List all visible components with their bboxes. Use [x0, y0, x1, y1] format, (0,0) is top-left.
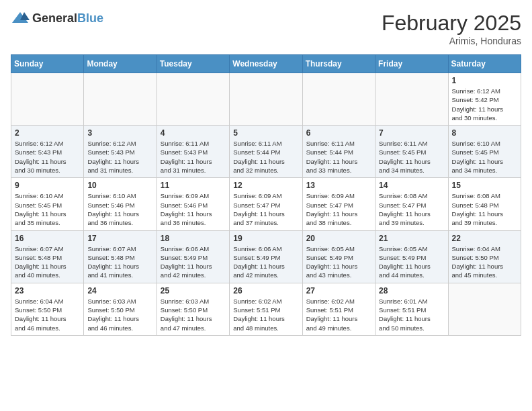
col-friday: Friday — [375, 55, 448, 73]
day-info: Sunrise: 6:05 AM Sunset: 5:49 PM Dayligh… — [306, 244, 371, 280]
day-number: 24 — [87, 286, 152, 295]
table-row: 18Sunrise: 6:06 AM Sunset: 5:49 PM Dayli… — [157, 230, 229, 283]
calendar-week-row: 16Sunrise: 6:07 AM Sunset: 5:48 PM Dayli… — [11, 230, 521, 283]
page-header: GeneralBlue February 2025 Arimis, Hondur… — [11, 11, 521, 46]
table-row: 4Sunrise: 6:11 AM Sunset: 5:43 PM Daylig… — [157, 126, 229, 178]
day-info: Sunrise: 6:04 AM Sunset: 5:50 PM Dayligh… — [452, 244, 517, 280]
location: Arimis, Honduras — [382, 36, 521, 46]
col-saturday: Saturday — [448, 55, 521, 73]
day-info: Sunrise: 6:02 AM Sunset: 5:51 PM Dayligh… — [233, 297, 298, 332]
table-row: 15Sunrise: 6:08 AM Sunset: 5:48 PM Dayli… — [448, 178, 521, 230]
day-number: 20 — [306, 234, 371, 243]
col-wednesday: Wednesday — [230, 55, 302, 73]
day-info: Sunrise: 6:11 AM Sunset: 5:43 PM Dayligh… — [161, 139, 226, 175]
day-number: 17 — [87, 234, 152, 243]
table-row: 12Sunrise: 6:09 AM Sunset: 5:47 PM Dayli… — [230, 178, 302, 230]
table-row — [230, 73, 302, 126]
logo-icon — [11, 11, 30, 26]
day-info: Sunrise: 6:11 AM Sunset: 5:44 PM Dayligh… — [306, 139, 371, 175]
table-row: 14Sunrise: 6:08 AM Sunset: 5:47 PM Dayli… — [375, 178, 448, 230]
logo-blue-text: Blue — [77, 11, 103, 25]
calendar-week-row: 9Sunrise: 6:10 AM Sunset: 5:45 PM Daylig… — [11, 178, 521, 230]
day-number: 15 — [452, 181, 517, 190]
day-info: Sunrise: 6:04 AM Sunset: 5:50 PM Dayligh… — [15, 297, 80, 332]
day-number: 3 — [87, 128, 152, 138]
day-info: Sunrise: 6:01 AM Sunset: 5:51 PM Dayligh… — [379, 297, 444, 332]
table-row — [302, 73, 375, 126]
col-tuesday: Tuesday — [157, 55, 229, 73]
day-number: 6 — [306, 128, 371, 138]
day-number: 22 — [452, 234, 517, 243]
calendar-week-row: 1Sunrise: 6:12 AM Sunset: 5:42 PM Daylig… — [11, 73, 521, 126]
logo: GeneralBlue — [11, 11, 103, 26]
table-row: 11Sunrise: 6:09 AM Sunset: 5:46 PM Dayli… — [157, 178, 229, 230]
day-number: 14 — [379, 181, 444, 190]
table-row: 21Sunrise: 6:05 AM Sunset: 5:49 PM Dayli… — [375, 230, 448, 283]
table-row — [375, 73, 448, 126]
day-number: 12 — [233, 181, 298, 190]
day-info: Sunrise: 6:02 AM Sunset: 5:51 PM Dayligh… — [306, 297, 371, 332]
day-number: 5 — [233, 128, 298, 138]
day-number: 10 — [87, 181, 152, 190]
day-info: Sunrise: 6:03 AM Sunset: 5:50 PM Dayligh… — [87, 297, 152, 332]
day-info: Sunrise: 6:07 AM Sunset: 5:48 PM Dayligh… — [15, 244, 80, 280]
table-row: 7Sunrise: 6:11 AM Sunset: 5:45 PM Daylig… — [375, 126, 448, 178]
day-number: 1 — [452, 76, 517, 85]
table-row: 6Sunrise: 6:11 AM Sunset: 5:44 PM Daylig… — [302, 126, 375, 178]
day-info: Sunrise: 6:09 AM Sunset: 5:46 PM Dayligh… — [161, 191, 226, 227]
day-info: Sunrise: 6:12 AM Sunset: 5:43 PM Dayligh… — [15, 139, 80, 175]
day-info: Sunrise: 6:07 AM Sunset: 5:48 PM Dayligh… — [87, 244, 152, 280]
day-number: 13 — [306, 181, 371, 190]
table-row: 5Sunrise: 6:11 AM Sunset: 5:44 PM Daylig… — [230, 126, 302, 178]
month-year: February 2025 — [382, 11, 521, 36]
table-row: 17Sunrise: 6:07 AM Sunset: 5:48 PM Dayli… — [84, 230, 157, 283]
day-info: Sunrise: 6:08 AM Sunset: 5:47 PM Dayligh… — [379, 191, 444, 227]
table-row: 1Sunrise: 6:12 AM Sunset: 5:42 PM Daylig… — [448, 73, 521, 126]
day-number: 19 — [233, 234, 298, 243]
day-number: 11 — [161, 181, 226, 190]
table-row: 13Sunrise: 6:09 AM Sunset: 5:47 PM Dayli… — [302, 178, 375, 230]
day-info: Sunrise: 6:10 AM Sunset: 5:46 PM Dayligh… — [87, 191, 152, 227]
day-number: 25 — [161, 286, 226, 295]
table-row — [11, 73, 84, 126]
table-row: 25Sunrise: 6:03 AM Sunset: 5:50 PM Dayli… — [157, 283, 229, 335]
day-info: Sunrise: 6:05 AM Sunset: 5:49 PM Dayligh… — [379, 244, 444, 280]
calendar-table: Sunday Monday Tuesday Wednesday Thursday… — [11, 54, 521, 336]
table-row — [84, 73, 157, 126]
day-number: 28 — [379, 286, 444, 295]
day-info: Sunrise: 6:12 AM Sunset: 5:43 PM Dayligh… — [87, 139, 152, 175]
calendar-week-row: 23Sunrise: 6:04 AM Sunset: 5:50 PM Dayli… — [11, 283, 521, 335]
table-row: 10Sunrise: 6:10 AM Sunset: 5:46 PM Dayli… — [84, 178, 157, 230]
table-row: 9Sunrise: 6:10 AM Sunset: 5:45 PM Daylig… — [11, 178, 84, 230]
calendar-header-row: Sunday Monday Tuesday Wednesday Thursday… — [11, 55, 521, 73]
table-row: 8Sunrise: 6:10 AM Sunset: 5:45 PM Daylig… — [448, 126, 521, 178]
table-row: 28Sunrise: 6:01 AM Sunset: 5:51 PM Dayli… — [375, 283, 448, 335]
table-row: 24Sunrise: 6:03 AM Sunset: 5:50 PM Dayli… — [84, 283, 157, 335]
title-area: February 2025 Arimis, Honduras — [382, 11, 521, 46]
day-number: 18 — [161, 234, 226, 243]
day-number: 9 — [15, 181, 80, 190]
table-row: 2Sunrise: 6:12 AM Sunset: 5:43 PM Daylig… — [11, 126, 84, 178]
day-info: Sunrise: 6:12 AM Sunset: 5:42 PM Dayligh… — [452, 87, 517, 122]
table-row: 3Sunrise: 6:12 AM Sunset: 5:43 PM Daylig… — [84, 126, 157, 178]
day-number: 27 — [306, 286, 371, 295]
table-row: 20Sunrise: 6:05 AM Sunset: 5:49 PM Dayli… — [302, 230, 375, 283]
table-row: 27Sunrise: 6:02 AM Sunset: 5:51 PM Dayli… — [302, 283, 375, 335]
day-number: 2 — [15, 128, 80, 138]
day-info: Sunrise: 6:11 AM Sunset: 5:45 PM Dayligh… — [379, 139, 444, 175]
table-row — [448, 283, 521, 335]
day-info: Sunrise: 6:03 AM Sunset: 5:50 PM Dayligh… — [161, 297, 226, 332]
table-row: 26Sunrise: 6:02 AM Sunset: 5:51 PM Dayli… — [230, 283, 302, 335]
day-info: Sunrise: 6:09 AM Sunset: 5:47 PM Dayligh… — [306, 191, 371, 227]
day-number: 16 — [15, 234, 80, 243]
table-row — [157, 73, 229, 126]
day-info: Sunrise: 6:10 AM Sunset: 5:45 PM Dayligh… — [452, 139, 517, 175]
col-thursday: Thursday — [302, 55, 375, 73]
day-number: 4 — [161, 128, 226, 138]
day-info: Sunrise: 6:06 AM Sunset: 5:49 PM Dayligh… — [233, 244, 298, 280]
col-sunday: Sunday — [11, 55, 84, 73]
day-info: Sunrise: 6:11 AM Sunset: 5:44 PM Dayligh… — [233, 139, 298, 175]
logo-general-text: General — [32, 11, 77, 25]
day-info: Sunrise: 6:06 AM Sunset: 5:49 PM Dayligh… — [161, 244, 226, 280]
day-info: Sunrise: 6:10 AM Sunset: 5:45 PM Dayligh… — [15, 191, 80, 227]
